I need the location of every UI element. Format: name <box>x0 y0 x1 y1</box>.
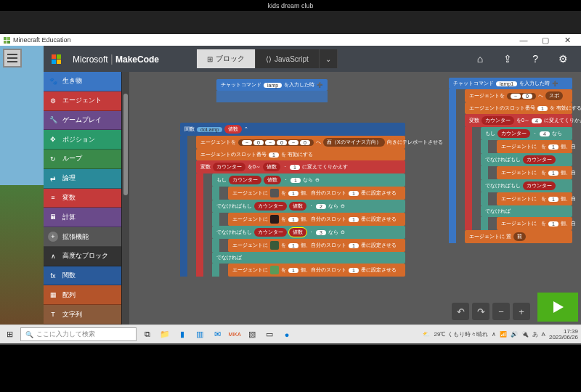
cat-variables[interactable]: ≡変数 <box>44 189 121 208</box>
task-view-icon[interactable]: ⧉ <box>141 328 154 341</box>
toolbox-scrollbar[interactable] <box>122 72 129 324</box>
start-button[interactable]: ⊞ <box>3 328 16 341</box>
ime-icon[interactable]: あ <box>532 330 538 338</box>
window-titlebar: Minecraft Education — ▢ ✕ <box>0 34 581 46</box>
cat-gameplay[interactable]: 🔧ゲームプレイ <box>44 111 121 131</box>
block-agent-set-3[interactable]: エージェントにを1個、自分のスロット1番に設定させる <box>228 239 405 252</box>
app-icon-2[interactable]: ▥ <box>193 328 206 341</box>
block-agent-set-4[interactable]: エージェントにを1個、自分のスロット1番に設定させる <box>228 264 405 277</box>
block-r-set[interactable]: エージェントにを1個、自 <box>497 140 572 153</box>
help-icon[interactable]: ? <box>527 53 544 65</box>
block-r-elif[interactable]: でなければもしカウンター <box>481 153 572 166</box>
cat-position[interactable]: ✥ポジション <box>44 130 121 150</box>
tab-blocks[interactable]: ⊞ブロック <box>197 49 256 68</box>
system-tray: ⛅ 29℃ くもり時々晴れ ∧ 📶 🔊 🔌 あ A 17:39 2023/06/… <box>423 329 578 340</box>
block-agent-set-2[interactable]: エージェントにを1個、自分のスロット1番に設定させる <box>228 213 405 226</box>
cat-arrays[interactable]: ▦配列 <box>44 285 121 305</box>
app-icon-3[interactable]: MIKA <box>228 328 241 341</box>
microsoft-logo-icon <box>51 54 61 64</box>
block-for-loop[interactable]: 変数カウンターを0～ 値数・1に変えてくりかえす <box>196 160 405 173</box>
window-title: Minecraft Education <box>13 36 71 44</box>
blocks-icon: ⊞ <box>207 55 213 63</box>
windows-taskbar: ⊞ 🔍 ここに入力して検索 ⧉ 📁 ▮ ▥ ✉ MIKA ▧ ▭ ● ⛅ 29℃… <box>0 324 581 343</box>
share-icon[interactable]: ⇪ <box>497 53 518 65</box>
search-icon: 🔍 <box>25 331 33 338</box>
browser-tab: kids dream club <box>0 0 581 11</box>
block-agent-set[interactable]: エージェントにを1個、自分のスロット1番に設定させる <box>228 187 405 200</box>
tab-javascript[interactable]: ⟨⟩JavaScript <box>256 49 320 68</box>
menu-button[interactable] <box>3 49 22 68</box>
app-icon-4[interactable]: ▭ <box>263 328 276 341</box>
block-agent-slot[interactable]: エージェントのスロット番号1を 有効にする <box>196 149 405 160</box>
block-r-set3[interactable]: エージェントにを1個、自 <box>497 192 572 205</box>
maximize-button[interactable]: ▢ <box>535 36 556 45</box>
app-icon-5[interactable]: ● <box>280 328 293 341</box>
tray-chevron-icon[interactable]: ∧ <box>492 331 496 338</box>
block-function-def[interactable]: 関数 doLamp 値数 ⌃ <box>180 123 405 136</box>
block-r-if[interactable]: もしカウンター・4なら <box>481 127 572 140</box>
block-chat-command[interactable]: チャットコマンド lamp を入力した時 ➕ <box>216 79 328 91</box>
minimize-button[interactable]: — <box>513 36 535 44</box>
cat-creatures[interactable]: 🐾生き物 <box>44 72 121 91</box>
cat-math[interactable]: 🖩計算 <box>44 208 121 227</box>
close-button[interactable]: ✕ <box>556 36 578 45</box>
block-agent-teleport[interactable]: エージェントを ~0~0~0 へ 西（Xのマイナス方向） 向きにテレポートさせる <box>196 136 405 149</box>
weather-text[interactable]: 29℃ くもり時々晴れ <box>434 330 487 338</box>
js-icon: ⟨⟩ <box>266 55 272 63</box>
scrollbar-thumb[interactable] <box>123 94 128 195</box>
cat-loop[interactable]: ↻ループ <box>44 150 121 169</box>
clock-date[interactable]: 2023/06/26 <box>549 334 578 340</box>
play-icon <box>549 298 566 316</box>
brand-label: Microsoft | MakeCode <box>70 53 159 65</box>
cat-extensions[interactable]: +拡張機能 <box>44 227 121 247</box>
bottom-letterbox <box>0 343 581 392</box>
block-r-loop[interactable]: 変数カウンターを0～4に変えてくりかえす <box>465 114 572 127</box>
cat-text[interactable]: T文字列 <box>44 305 121 324</box>
block-r-elif2[interactable]: でなければもしカウンター <box>481 179 572 192</box>
volume-icon[interactable]: 🔊 <box>511 331 518 338</box>
cat-functions[interactable]: fx関数 <box>44 266 121 286</box>
mail-icon[interactable]: ✉ <box>211 328 224 341</box>
minecraft-logo-icon <box>3 36 10 44</box>
settings-icon[interactable]: ⚙ <box>553 53 574 65</box>
cat-agent[interactable]: ⚙エージェント <box>44 91 121 111</box>
taskbar-search[interactable]: 🔍 ここに入力して検索 <box>20 327 137 341</box>
explorer-icon[interactable]: 📁 <box>158 328 171 341</box>
undo-button[interactable]: ↶ <box>452 303 469 320</box>
zoom-out-button[interactable]: − <box>492 303 510 320</box>
tab-language-dropdown[interactable]: ⌄ <box>320 49 338 68</box>
block-r-set2[interactable]: エージェントにを1個、自 <box>497 166 572 179</box>
redacted-area <box>0 11 581 34</box>
minecraft-icon[interactable]: ▧ <box>245 328 259 341</box>
block-chat-command-2[interactable]: チャットコマンドlamp1を入力した時➕ <box>449 78 572 89</box>
block-else[interactable]: でなければ <box>212 252 405 264</box>
chevron-down-icon: ⌄ <box>325 55 331 63</box>
cat-advanced[interactable]: ∧高度なブロック <box>44 247 121 266</box>
block-r-else[interactable]: でなければ <box>481 205 572 217</box>
block-elseif[interactable]: でなければもしカウンター値数・2なら⊖ <box>212 200 405 213</box>
block-elseif-2[interactable]: でなければもしカウンター値数・3なら⊖ <box>212 226 405 239</box>
block-canvas[interactable]: チャットコマンド lamp を入力した時 ➕ 関数 doLamp 値数 ⌃ <box>129 72 581 324</box>
home-icon[interactable]: ⌂ <box>471 53 489 65</box>
block-r-slot[interactable]: エージェントのスロット番号1を 有効にする <box>465 102 572 114</box>
cat-logic[interactable]: ⇄論理 <box>44 169 121 189</box>
block-r-set4[interactable]: エージェントにを1個、自 <box>497 217 572 230</box>
editor-header: Microsoft | MakeCode ⊞ブロック ⟨⟩JavaScript … <box>44 46 581 72</box>
battery-icon[interactable]: 🔌 <box>521 331 529 338</box>
weather-icon[interactable]: ⛅ <box>423 331 430 338</box>
app-icon-1[interactable]: ▮ <box>176 328 189 341</box>
block-r-place[interactable]: エージェントに 置前 <box>465 230 572 243</box>
redo-button[interactable]: ↷ <box>472 303 489 320</box>
block-r-agent[interactable]: エージェントを~0へスポ <box>465 89 572 102</box>
block-if[interactable]: もし カウンター 値数 ・1なら⊖ <box>212 173 405 187</box>
game-preview <box>0 46 44 324</box>
wifi-icon[interactable]: 📶 <box>500 331 507 338</box>
run-button[interactable] <box>537 293 578 322</box>
toolbox: 🐾生き物 ⚙エージェント 🔧ゲームプレイ ✥ポジション ↻ループ ⇄論理 ≡変数… <box>44 72 122 324</box>
zoom-in-button[interactable]: + <box>513 303 530 320</box>
